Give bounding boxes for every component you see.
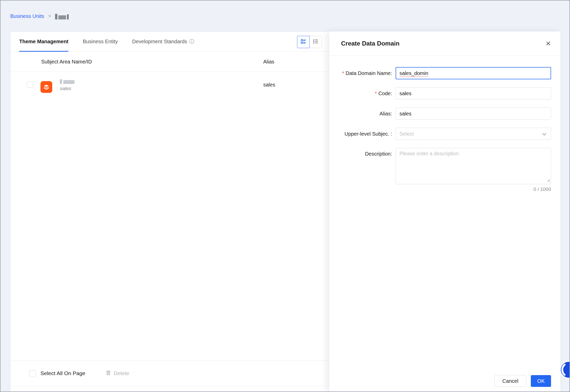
description-textarea[interactable] <box>396 148 551 184</box>
close-icon[interactable]: × <box>542 37 554 49</box>
drawer-footer: Cancel OK <box>494 375 551 387</box>
tab-business-entity-label: Business Entity <box>83 39 118 45</box>
row-checkbox[interactable] <box>27 82 33 88</box>
upper-level-subject-label: Upper-level Subjec. : <box>329 128 396 140</box>
row-name-redacted <box>60 79 75 84</box>
code-label: *Code: <box>329 87 396 100</box>
field-row-upper-level-subject: Upper-level Subjec. : Select <box>329 128 551 140</box>
tab-development-standards-label: Development Standards <box>132 39 187 45</box>
delete-button[interactable]: Delete <box>105 361 129 386</box>
chevron-down-icon <box>542 132 546 136</box>
code-input[interactable] <box>396 87 551 100</box>
create-data-domain-form: *Data Domain Name: sales_domin *Code: Al… <box>329 56 561 192</box>
select-all-checkbox[interactable] <box>29 370 36 377</box>
card-view-icon <box>301 39 306 45</box>
subject-area-icon <box>40 81 52 93</box>
list-view-icon <box>313 39 319 45</box>
layers-icon <box>43 83 50 91</box>
tab-development-standards[interactable]: Development Standards ⓘ <box>132 32 194 51</box>
field-row-data-domain-name: *Data Domain Name: sales_domin <box>329 67 551 79</box>
breadcrumb-current-redacted <box>55 13 69 19</box>
alias-input[interactable] <box>396 107 551 120</box>
drawer-header: Create Data Domain × <box>329 31 561 56</box>
required-marker: * <box>375 91 377 96</box>
char-counter: 0 / 1000 <box>396 187 551 192</box>
create-data-domain-drawer: Create Data Domain × *Data Domain Name: … <box>329 31 561 392</box>
breadcrumb: Business Units > <box>10 13 69 19</box>
select-all-label: Select All On Page <box>40 361 85 386</box>
tab-business-entity[interactable]: Business Entity <box>83 32 118 51</box>
data-domain-name-label: *Data Domain Name: <box>329 67 396 79</box>
row-subname: sales <box>60 86 75 91</box>
data-domain-name-input[interactable]: sales_domin <box>396 67 551 79</box>
breadcrumb-business-units-link[interactable]: Business Units <box>10 13 44 19</box>
required-marker: * <box>342 70 344 76</box>
info-icon: ⓘ <box>189 38 194 45</box>
field-row-description: Description: 0 / 1000 <box>329 148 551 192</box>
select-placeholder: Select <box>399 131 414 137</box>
help-float-button[interactable] <box>559 360 570 379</box>
field-row-alias: Alias: <box>329 107 551 120</box>
row-alias-cell: sales <box>263 72 275 97</box>
column-header-subject-area: Subject Area Name/ID <box>41 52 92 72</box>
tab-theme-management-label: Theme Management <box>19 39 68 45</box>
ok-button[interactable]: OK <box>531 375 551 387</box>
help-icon <box>559 360 570 379</box>
data-domain-name-value: sales_domin <box>399 70 428 76</box>
column-header-alias: Alias <box>263 52 274 72</box>
field-row-code: *Code: <box>329 87 551 100</box>
description-label: Description: <box>329 148 396 157</box>
upper-level-subject-select[interactable]: Select <box>396 128 551 140</box>
card-view-button[interactable] <box>297 36 310 48</box>
drawer-title: Create Data Domain <box>341 40 399 47</box>
delete-label: Delete <box>114 370 129 376</box>
cancel-button[interactable]: Cancel <box>494 375 526 387</box>
list-view-button[interactable] <box>309 36 322 48</box>
tab-theme-management[interactable]: Theme Management <box>19 32 68 51</box>
subject-area-name-cell[interactable]: sales <box>60 79 75 91</box>
trash-icon <box>105 370 111 377</box>
view-toggle-group <box>297 36 322 48</box>
alias-label: Alias: <box>329 107 396 120</box>
app-window: Business Units > Theme Management Busine… <box>0 0 570 392</box>
breadcrumb-separator: > <box>48 13 51 19</box>
